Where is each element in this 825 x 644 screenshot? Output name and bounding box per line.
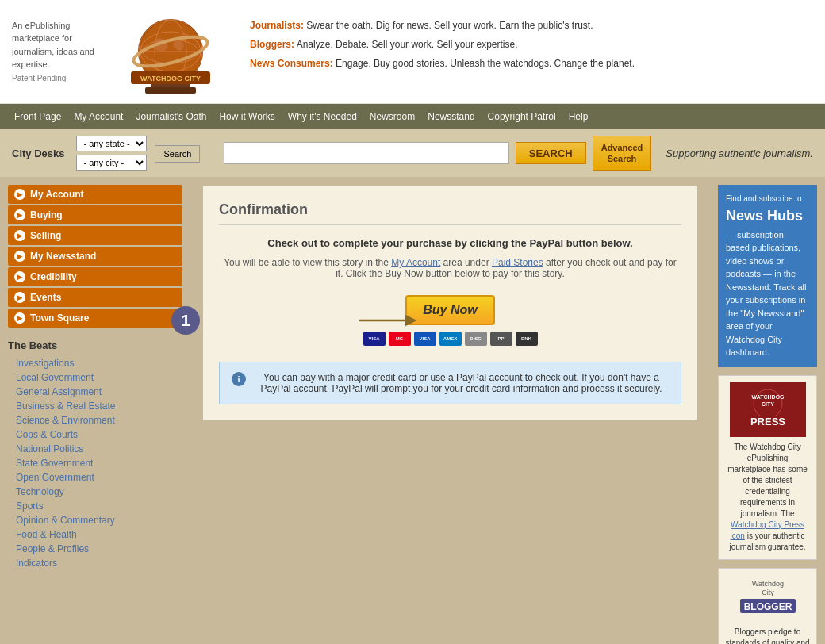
nav-copyright-patrol[interactable]: Copyright Patrol [482, 104, 562, 129]
tagline-bloggers: Bloggers: Analyze. Debate. Sell your wor… [250, 35, 813, 54]
discover-icon: DISC [465, 332, 487, 346]
beat-technology[interactable]: Technology [8, 485, 182, 499]
nav-newsroom[interactable]: Newsroom [363, 104, 421, 129]
svg-rect-1 [145, 87, 196, 94]
sidebar-item-town-square[interactable]: ▶ Town Square [8, 309, 182, 328]
sidebar-menu: ▶ My Account ▶ Buying ▶ Selling ▶ My New… [8, 185, 182, 328]
confirmation-box: Confirmation Check out to complete your … [202, 185, 698, 421]
tagline-consumers: News Consumers: Engage. Buy good stories… [250, 54, 813, 73]
checkout-sub: You will be able to view this story in t… [219, 257, 681, 279]
press-box: WATCHDOG CITY PRESS The Watchdog City eP… [718, 375, 817, 560]
logo-area: An ePublishing marketplace for journalis… [12, 8, 234, 95]
paypal-icon: PP [490, 332, 512, 346]
state-select[interactable]: - any state - [76, 136, 147, 151]
beat-national-politics[interactable]: National Politics [8, 442, 182, 456]
beats-section: The Beats Investigations Local Governmen… [8, 339, 182, 570]
beat-people[interactable]: People & Profiles [8, 542, 182, 556]
my-account-link[interactable]: My Account [391, 257, 440, 268]
city-desks-label: City Desks [12, 148, 64, 159]
blogger-logo: Watchdog City BLOGGER [736, 575, 800, 622]
info-box: i You can pay with a major credit card o… [219, 362, 681, 404]
visa-icon: VISA [363, 332, 386, 346]
nav-my-account[interactable]: My Account [67, 104, 129, 129]
sidebar-item-events[interactable]: ▶ Events [8, 288, 182, 307]
svg-text:City: City [762, 588, 774, 596]
arrow-icon: ▶ [14, 292, 25, 303]
nav-front-page[interactable]: Front Page [8, 104, 67, 129]
beat-investigations[interactable]: Investigations [8, 356, 182, 370]
svg-text:WATCHDOG CITY: WATCHDOG CITY [140, 75, 201, 82]
svg-text:Watchdog: Watchdog [751, 580, 783, 588]
nav-newsstand[interactable]: Newsstand [421, 104, 481, 129]
arrow-icon: ▶ [14, 189, 25, 200]
sidebar-item-my-account[interactable]: ▶ My Account [8, 185, 182, 204]
content-area: Confirmation Check out to complete your … [190, 177, 710, 644]
bank-icon: BNK [516, 332, 538, 346]
beat-food[interactable]: Food & Health [8, 527, 182, 542]
beat-cops[interactable]: Cops & Courts [8, 427, 182, 442]
beat-business[interactable]: Business & Real Estate [8, 399, 182, 413]
sidebar-item-my-newsstand[interactable]: ▶ My Newsstand [8, 247, 182, 266]
arrow-icon: ▶ [14, 271, 25, 282]
right-sidebar: Find and subscribe to News Hubs — subscr… [710, 177, 825, 644]
city-desks-selects: - any state - - any city - [76, 136, 147, 171]
left-sidebar: ▶ My Account ▶ Buying ▶ Selling ▶ My New… [0, 177, 190, 644]
mastercard-icon: MC [389, 332, 411, 346]
find-subscribe-text: Find and subscribe to [726, 193, 809, 205]
checkout-instruction: Check out to complete your purchase by c… [219, 237, 681, 249]
info-text: You can pay with a major credit card or … [254, 372, 669, 394]
sidebar-item-credibility[interactable]: ▶ Credibility [8, 267, 182, 286]
news-hubs-title: News Hubs [726, 208, 809, 225]
beat-sports[interactable]: Sports [8, 499, 182, 513]
beat-general-assignment[interactable]: General Assignment [8, 385, 182, 399]
arrow-icon: ▶ [14, 312, 25, 324]
arrow-icon: ▶ [14, 230, 25, 241]
paid-stories-link[interactable]: Paid Stories [492, 257, 543, 268]
svg-text:BLOGGER: BLOGGER [743, 601, 792, 612]
nav-how-it-works[interactable]: How it Works [213, 104, 281, 129]
buynow-button[interactable]: Buy Now [405, 295, 494, 325]
nav-help[interactable]: Help [562, 104, 595, 129]
sidebar-item-buying[interactable]: ▶ Buying [8, 205, 182, 224]
news-hubs-description: — subscription based publications, video… [726, 228, 809, 359]
svg-text:WATCHDOG: WATCHDOG [751, 394, 785, 400]
svg-text:PRESS: PRESS [750, 416, 785, 427]
visa2-icon: VISA [414, 332, 436, 346]
beat-opinion[interactable]: Opinion & Commentary [8, 513, 182, 527]
blogger-description: Bloggers pledge to standards of quality … [725, 627, 810, 644]
svg-text:CITY: CITY [762, 401, 774, 407]
buynow-label: Buy Now [423, 303, 477, 316]
beat-indicators[interactable]: Indicators [8, 556, 182, 570]
blogger-box: Watchdog City BLOGGER Bloggers pledge to… [718, 568, 817, 644]
arrow-icon: ▶ [14, 209, 25, 220]
search-input[interactable] [224, 142, 508, 164]
confirmation-title: Confirmation [219, 201, 681, 225]
payment-icons: VISA MC VISA AMEX DISC PP BNK [363, 332, 538, 346]
press-logo: WATCHDOG CITY PRESS [730, 382, 806, 437]
nav-journalists-oath[interactable]: Journalist's Oath [129, 104, 213, 129]
search-go-button[interactable]: SEARCH [516, 142, 586, 164]
beat-state-government[interactable]: State Government [8, 456, 182, 470]
sidebar-item-selling[interactable]: ▶ Selling [8, 226, 182, 245]
main-layout: ▶ My Account ▶ Buying ▶ Selling ▶ My New… [0, 177, 825, 644]
taglines: Journalists: Swear the oath. Dig for new… [234, 8, 813, 73]
amex-icon: AMEX [439, 332, 462, 346]
advanced-search-button[interactable]: AdvancedSearch [593, 136, 652, 171]
beat-local-government[interactable]: Local Government [8, 370, 182, 385]
city-search-button[interactable]: Search [155, 145, 200, 163]
beat-open-government[interactable]: Open Government [8, 470, 182, 485]
press-description: The Watchdog City ePublishing marketplac… [725, 442, 810, 553]
search-bar: City Desks - any state - - any city - Se… [0, 129, 825, 177]
press-icon-link[interactable]: Watchdog City Press icon [731, 520, 804, 540]
search-main: SEARCH AdvancedSearch Supporting authent… [224, 136, 813, 171]
arrow-icon: ▶ [14, 251, 25, 262]
beat-science[interactable]: Science & Environment [8, 413, 182, 427]
header-top: An ePublishing marketplace for journalis… [0, 0, 825, 104]
city-select[interactable]: - any city - [76, 155, 147, 171]
step-badge: 1 [171, 306, 200, 335]
news-hubs-box: Find and subscribe to News Hubs — subscr… [718, 185, 817, 367]
tagline-journalists: Journalists: Swear the oath. Dig for new… [250, 16, 813, 35]
nav-why-needed[interactable]: Why it's Needed [282, 104, 363, 129]
globe-logo: WATCHDOG CITY [107, 8, 234, 95]
nav-bar: Front Page My Account Journalist's Oath … [0, 104, 825, 129]
